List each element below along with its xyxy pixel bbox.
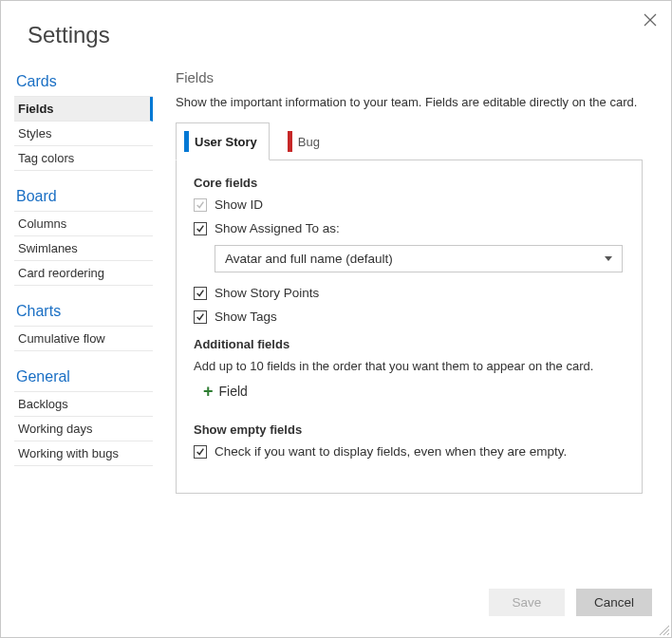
- check-icon: [196, 224, 205, 234]
- show-story-points-checkbox[interactable]: [194, 287, 207, 300]
- add-field-button[interactable]: + Field: [203, 383, 625, 400]
- resize-grip[interactable]: [658, 624, 669, 635]
- show-assigned-to-label: Show Assigned To as:: [215, 221, 340, 235]
- sidebar-item-cumulative-flow[interactable]: Cumulative flow: [14, 327, 153, 351]
- sidebar-item-working-with-bugs[interactable]: Working with bugs: [14, 441, 153, 466]
- main-panel: Fields Show the important information to…: [153, 66, 671, 589]
- check-icon: [196, 312, 205, 322]
- dialog-title: Settings: [1, 1, 671, 66]
- core-field-row: Show Story Points: [194, 286, 625, 300]
- dialog-footer: Save Cancel: [1, 589, 671, 637]
- tab-content: Core fields Show ID Show Assigned To as:…: [176, 160, 643, 494]
- sidebar-section-charts: Charts: [14, 295, 153, 327]
- tab-label: Bug: [298, 135, 320, 149]
- sidebar-section-general: General: [14, 361, 153, 392]
- tab-user-story[interactable]: User Story: [176, 122, 270, 160]
- assigned-to-value: Avatar and full name (default): [225, 252, 393, 266]
- add-field-label: Field: [219, 384, 248, 399]
- sidebar: Cards Fields Styles Tag colors Board Col…: [1, 66, 153, 589]
- cancel-button[interactable]: Cancel: [576, 589, 652, 616]
- sidebar-item-working-days[interactable]: Working days: [14, 417, 153, 441]
- check-icon: [196, 200, 205, 210]
- chevron-down-icon: [605, 256, 612, 261]
- sidebar-item-card-reordering[interactable]: Card reordering: [14, 261, 153, 286]
- additional-fields-desc: Add up to 10 fields in the order that yo…: [194, 359, 625, 373]
- show-id-label: Show ID: [215, 197, 263, 212]
- sidebar-section-board: Board: [14, 180, 153, 212]
- core-field-row: Show Assigned To as:: [194, 221, 625, 235]
- save-button[interactable]: Save: [489, 589, 565, 616]
- tab-stripe-icon: [184, 131, 189, 152]
- sidebar-item-swimlanes[interactable]: Swimlanes: [14, 236, 153, 261]
- sidebar-item-backlogs[interactable]: Backlogs: [14, 392, 153, 417]
- svg-line-4: [667, 633, 669, 635]
- close-button[interactable]: [643, 12, 658, 28]
- resize-grip-icon: [658, 624, 669, 635]
- tab-bug[interactable]: Bug: [279, 122, 332, 160]
- core-field-row: Show Tags: [194, 310, 625, 324]
- show-assigned-to-checkbox[interactable]: [194, 222, 207, 235]
- show-story-points-label: Show Story Points: [215, 286, 319, 300]
- tab-stripe-icon: [288, 131, 292, 152]
- tab-label: User Story: [195, 135, 257, 149]
- show-tags-label: Show Tags: [215, 310, 277, 324]
- settings-dialog: Settings Cards Fields Styles Tag colors …: [0, 0, 672, 638]
- show-tags-checkbox[interactable]: [194, 310, 207, 324]
- sidebar-item-fields[interactable]: Fields: [14, 97, 153, 122]
- sidebar-section-cards: Cards: [14, 66, 153, 97]
- close-icon: [644, 13, 657, 27]
- page-title: Fields: [176, 69, 643, 85]
- assigned-to-select[interactable]: Avatar and full name (default): [215, 245, 623, 272]
- check-icon: [196, 447, 205, 457]
- check-icon: [196, 289, 205, 298]
- sidebar-item-columns[interactable]: Columns: [14, 212, 153, 236]
- plus-icon: +: [203, 383, 214, 400]
- core-fields-title: Core fields: [194, 176, 625, 190]
- empty-fields-title: Show empty fields: [194, 422, 625, 437]
- core-field-row: Show ID: [194, 197, 625, 212]
- additional-fields-title: Additional fields: [194, 337, 625, 351]
- page-description: Show the important information to your t…: [176, 95, 643, 109]
- empty-field-row: Check if you want to display fields, eve…: [194, 444, 625, 459]
- show-id-checkbox[interactable]: [194, 198, 207, 212]
- sidebar-item-tag-colors[interactable]: Tag colors: [14, 146, 153, 171]
- show-empty-label: Check if you want to display fields, eve…: [215, 444, 567, 459]
- sidebar-item-styles[interactable]: Styles: [14, 122, 153, 146]
- tabs: User Story Bug: [176, 122, 643, 160]
- show-empty-checkbox[interactable]: [194, 445, 207, 459]
